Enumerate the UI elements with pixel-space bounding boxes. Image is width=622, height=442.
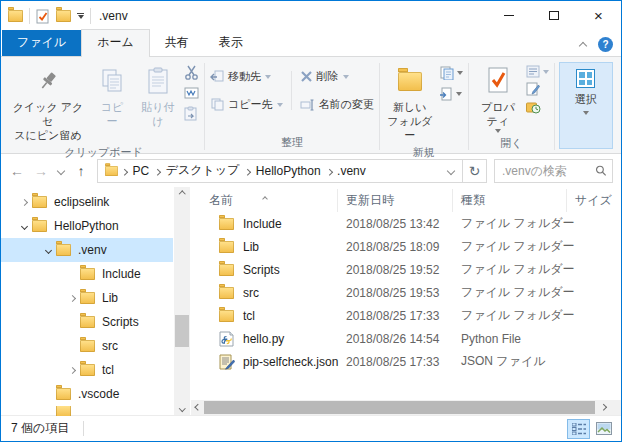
easy-access-button[interactable]: [439, 87, 463, 101]
tree-item-include[interactable]: Include: [1, 262, 173, 286]
paste-shortcut-button[interactable]: [184, 106, 199, 124]
scrollbar-thumb[interactable]: [204, 401, 595, 414]
tree-item-vscode[interactable]: .vscode: [1, 382, 173, 406]
paste-label: 貼り付け: [138, 101, 178, 129]
close-button[interactable]: ×: [576, 1, 621, 30]
scroll-right-button[interactable]: [596, 400, 610, 415]
cut-button[interactable]: [184, 65, 199, 83]
copy-to-label: コピー先: [228, 97, 273, 112]
expand-chevron[interactable]: [17, 200, 32, 205]
pin-label-line2: スにピン留め: [14, 129, 81, 143]
large-icons-view-button[interactable]: [592, 419, 615, 439]
help-button[interactable]: ?: [598, 37, 613, 52]
scroll-up-button[interactable]: [174, 187, 190, 201]
address-bar[interactable]: PC デスクトップ HelloPython .venv: [97, 159, 463, 183]
copy-path-icon: [184, 87, 199, 99]
copy-button[interactable]: コピー: [91, 60, 133, 131]
tab-file[interactable]: ファイル: [2, 30, 81, 56]
tree-item-venv-selected[interactable]: .venv: [1, 238, 173, 262]
tree-item-eclipselink[interactable]: eclipselink: [1, 190, 173, 214]
move-to-label: 移動先: [228, 69, 261, 84]
tree-scrollbar[interactable]: [174, 187, 190, 415]
expand-chevron[interactable]: [65, 296, 80, 301]
scrollbar-thumb[interactable]: [175, 315, 189, 347]
file-row-pip-selfcheck-json[interactable]: pip-selfcheck.json 2018/08/25 17:33 JSON…: [191, 350, 621, 373]
new-folder-button[interactable]: 新しい フォルダー: [382, 60, 438, 144]
new-folder-label-line2: フォルダー: [387, 115, 433, 143]
paste-button[interactable]: 貼り付け: [133, 60, 183, 131]
tab-home[interactable]: ホーム: [81, 29, 150, 57]
tree-item-partial[interactable]: [1, 406, 173, 416]
move-to-icon: [210, 70, 224, 83]
details-view-icon: [572, 423, 586, 435]
divider: [291, 71, 292, 110]
json-file-icon: [219, 354, 235, 370]
forward-button[interactable]: →: [29, 163, 53, 179]
tree-item-label: tcl: [102, 363, 114, 377]
file-row-include[interactable]: Include 2018/08/25 13:42 ファイル フォルダー: [191, 212, 621, 235]
maximize-button[interactable]: [531, 1, 576, 30]
copy-to-button[interactable]: コピー先: [207, 95, 286, 114]
tree-item-scripts[interactable]: Scripts: [1, 310, 173, 334]
delete-button[interactable]: 削除: [297, 67, 377, 86]
folder-icon: [56, 244, 71, 256]
file-row-scripts[interactable]: Scripts 2018/08/25 19:52 ファイル フォルダー: [191, 258, 621, 281]
list-horizontal-scrollbar[interactable]: [191, 400, 621, 415]
tab-view[interactable]: 表示: [204, 30, 258, 56]
file-row-tcl[interactable]: tcl 2018/08/25 17:33 ファイル フォルダー: [191, 304, 621, 327]
search-input[interactable]: [502, 164, 595, 178]
delete-label: 削除: [317, 69, 339, 84]
edit-button[interactable]: [526, 82, 549, 96]
open-button[interactable]: [526, 65, 549, 78]
title-bar: .venv ×: [1, 1, 621, 31]
new-item-button[interactable]: [439, 66, 463, 80]
details-view-button[interactable]: [567, 419, 590, 439]
tree-item-src[interactable]: src: [1, 334, 173, 358]
search-box[interactable]: [494, 159, 613, 183]
chevron-up-icon: [579, 41, 587, 49]
pin-to-quick-access-button[interactable]: クイック アクセ スにピン留め: [5, 60, 91, 144]
scroll-down-button[interactable]: [174, 401, 190, 415]
breadcrumb-hellopython[interactable]: HelloPython: [253, 164, 324, 178]
refresh-button[interactable]: ↻: [463, 159, 487, 183]
scroll-left-button[interactable]: [191, 400, 205, 415]
tab-share[interactable]: 共有: [150, 30, 204, 56]
breadcrumb-pc[interactable]: PC: [130, 164, 153, 178]
tree-item-tcl[interactable]: tcl: [1, 358, 173, 382]
bar-icon: [77, 13, 84, 14]
properties-qat-button[interactable]: [36, 9, 50, 24]
select-button[interactable]: 選択: [559, 62, 613, 149]
column-header-size[interactable]: サイズ: [567, 189, 613, 212]
file-row-lib[interactable]: Lib 2018/08/25 18:09 ファイル フォルダー: [191, 235, 621, 258]
collapse-chevron[interactable]: [41, 248, 56, 253]
file-row-hello-py[interactable]: hello.py 2018/08/26 14:54 Python File: [191, 327, 621, 350]
breadcrumb-desktop[interactable]: デスクトップ: [163, 162, 243, 179]
tree-item-label: Include: [102, 267, 141, 281]
minimize-button[interactable]: [486, 1, 531, 30]
tree-item-hellopython[interactable]: HelloPython: [1, 214, 173, 238]
qat-customize-button[interactable]: [77, 13, 84, 19]
breadcrumb-venv[interactable]: .venv: [334, 164, 369, 178]
properties-button[interactable]: プロパティ: [471, 60, 525, 135]
history-button[interactable]: [526, 100, 549, 114]
copy-path-button[interactable]: [184, 87, 199, 102]
column-header-type[interactable]: 種類: [453, 189, 567, 212]
group-separator: [554, 63, 555, 150]
address-dropdown-button[interactable]: [440, 168, 462, 174]
file-type: ファイル フォルダー: [453, 307, 583, 324]
file-row-src[interactable]: src 2018/08/25 19:53 ファイル フォルダー: [191, 281, 621, 304]
column-header-name[interactable]: 名前: [191, 189, 338, 212]
expand-chevron[interactable]: [65, 368, 80, 373]
new-folder-qat-button[interactable]: [56, 10, 71, 22]
column-header-date[interactable]: 更新日時: [338, 189, 453, 212]
back-button[interactable]: ←: [5, 163, 29, 179]
move-to-button[interactable]: 移動先: [207, 67, 286, 86]
rename-button[interactable]: 名前の変更: [297, 95, 377, 114]
collapse-chevron[interactable]: [17, 224, 32, 229]
close-icon: ×: [594, 8, 603, 23]
up-button[interactable]: ↑: [69, 163, 93, 179]
recent-locations-button[interactable]: [53, 168, 69, 174]
collapse-ribbon-button[interactable]: [580, 38, 586, 52]
file-date: 2018/08/25 17:33: [338, 309, 453, 323]
tree-item-lib[interactable]: Lib: [1, 286, 173, 310]
